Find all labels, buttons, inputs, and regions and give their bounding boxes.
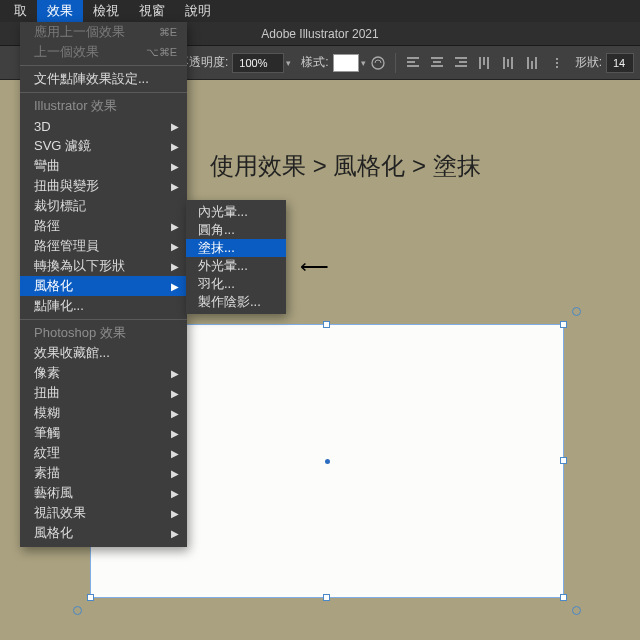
center-anchor-icon — [325, 459, 330, 464]
rotate-handle-bl[interactable] — [73, 606, 82, 615]
menu-3d[interactable]: 3D▶ — [20, 116, 187, 136]
instruction-label: 使用效果 > 風格化 > 塗抹 — [210, 150, 481, 182]
style-swatch[interactable] — [333, 54, 359, 72]
submenu-inner-glow[interactable]: 內光暈... — [186, 203, 286, 221]
rotate-handle-br[interactable] — [572, 606, 581, 615]
menu-separator — [20, 65, 187, 66]
shape-field[interactable]: 14 — [606, 53, 634, 73]
style-label: 樣式: — [301, 54, 328, 71]
menu-artistic[interactable]: 藝術風▶ — [20, 483, 187, 503]
resize-handle-tm[interactable] — [323, 321, 330, 328]
submenu-round-corners[interactable]: 圓角... — [186, 221, 286, 239]
menu-raster-settings[interactable]: 文件點陣效果設定... — [20, 69, 187, 89]
align-vcenter-icon[interactable] — [498, 52, 520, 74]
submenu-feather[interactable]: 羽化... — [186, 275, 286, 293]
menu-separator — [20, 92, 187, 93]
menu-header-illustrator: Illustrator 效果 — [20, 96, 187, 116]
effects-menu: 應用上一個效果 ⌘E 上一個效果 ⌥⌘E 文件點陣效果設定... Illustr… — [20, 22, 187, 547]
submenu-outer-glow[interactable]: 外光暈... — [186, 257, 286, 275]
align-bottom-icon[interactable] — [522, 52, 544, 74]
menu-svg-filters[interactable]: SVG 濾鏡▶ — [20, 136, 187, 156]
menu-warp[interactable]: 彎曲▶ — [20, 156, 187, 176]
rotate-handle-tr[interactable] — [572, 307, 581, 316]
menu-video[interactable]: 視訊效果▶ — [20, 503, 187, 523]
chevron-down-icon[interactable]: ▾ — [361, 58, 366, 68]
menu-convert-shape[interactable]: 轉換為以下形狀▶ — [20, 256, 187, 276]
menu-item-help[interactable]: 說明 — [175, 0, 221, 22]
menu-stylize[interactable]: 風格化▶ — [20, 276, 187, 296]
resize-handle-bl[interactable] — [87, 594, 94, 601]
menu-item-view[interactable]: 檢視 — [83, 0, 129, 22]
menu-pixelate[interactable]: 像素▶ — [20, 363, 187, 383]
menu-distort-transform[interactable]: 扭曲與變形▶ — [20, 176, 187, 196]
resize-handle-br[interactable] — [560, 594, 567, 601]
menu-separator — [20, 319, 187, 320]
toolbar-divider — [395, 53, 396, 73]
menu-ps-stylize[interactable]: 風格化▶ — [20, 523, 187, 543]
app-title: Adobe Illustrator 2021 — [261, 27, 378, 41]
chevron-down-icon[interactable]: ▾ — [286, 58, 291, 68]
resize-handle-mr[interactable] — [560, 457, 567, 464]
more-options-icon[interactable] — [546, 52, 568, 74]
menu-item-effect[interactable]: 效果 — [37, 0, 83, 22]
menu-previous-effect: 上一個效果 ⌥⌘E — [20, 42, 187, 62]
menu-effect-gallery[interactable]: 效果收藏館... — [20, 343, 187, 363]
shape-label: 形狀: — [575, 54, 602, 71]
svg-point-2 — [556, 62, 558, 64]
menu-rasterize[interactable]: 點陣化... — [20, 296, 187, 316]
resize-handle-tr[interactable] — [560, 321, 567, 328]
menu-item-take[interactable]: 取 — [4, 0, 37, 22]
menu-sketch[interactable]: 素描▶ — [20, 463, 187, 483]
menu-brush-strokes[interactable]: 筆觸▶ — [20, 423, 187, 443]
pointer-arrow-icon: ⟵ — [300, 254, 327, 278]
align-top-icon[interactable] — [474, 52, 496, 74]
menu-path[interactable]: 路徑▶ — [20, 216, 187, 236]
menu-item-window[interactable]: 視窗 — [129, 0, 175, 22]
menu-apply-last-effect: 應用上一個效果 ⌘E — [20, 22, 187, 42]
menu-pathfinder[interactable]: 路徑管理員▶ — [20, 236, 187, 256]
opacity-field[interactable]: 100% — [232, 53, 284, 73]
submenu-drop-shadow[interactable]: 製作陰影... — [186, 293, 286, 311]
menu-crop-marks[interactable]: 裁切標記 — [20, 196, 187, 216]
menu-texture[interactable]: 紋理▶ — [20, 443, 187, 463]
menu-blur[interactable]: 模糊▶ — [20, 403, 187, 423]
svg-point-3 — [556, 66, 558, 68]
menu-distort[interactable]: 扭曲▶ — [20, 383, 187, 403]
recolor-icon[interactable] — [367, 52, 389, 74]
system-menubar: 取 效果 檢視 視窗 說明 — [0, 0, 640, 22]
align-hcenter-icon[interactable] — [426, 52, 448, 74]
resize-handle-bm[interactable] — [323, 594, 330, 601]
submenu-scribble[interactable]: 塗抹... — [186, 239, 286, 257]
menu-header-photoshop: Photoshop 效果 — [20, 323, 187, 343]
svg-point-1 — [556, 58, 558, 60]
align-right-icon[interactable] — [450, 52, 472, 74]
svg-point-0 — [372, 57, 384, 69]
align-left-icon[interactable] — [402, 52, 424, 74]
stylize-submenu: 內光暈... 圓角... 塗抹... 外光暈... 羽化... 製作陰影... — [186, 200, 286, 314]
